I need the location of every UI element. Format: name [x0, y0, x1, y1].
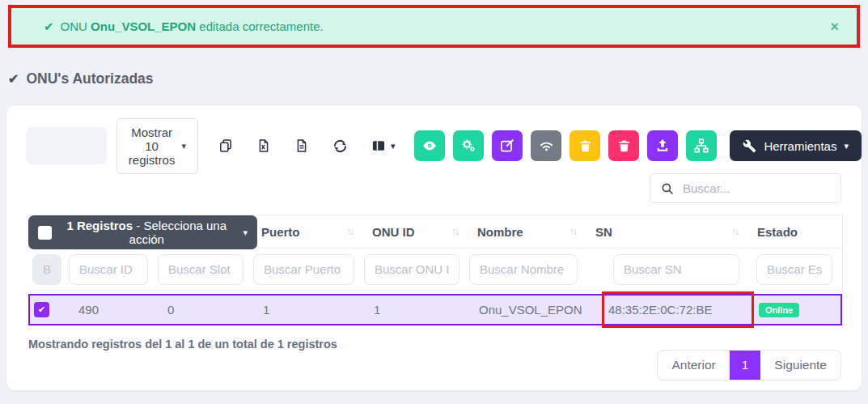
- filter-puerto-input[interactable]: [253, 254, 354, 285]
- eye-icon[interactable]: [414, 130, 445, 161]
- filter-sn-input[interactable]: [613, 254, 739, 285]
- table-header-row: 1 Registros - Selecciona una acción ▾ Pu…: [28, 215, 842, 249]
- cell-sn: 48:35:2E:0C:72:BE: [589, 296, 751, 324]
- cell-onu-id: 1: [366, 303, 471, 317]
- table-toolbar: Mostrar 10 registros ▾: [26, 127, 862, 164]
- column-label: Estado: [757, 225, 798, 239]
- trash-icon[interactable]: [569, 130, 600, 161]
- column-header-nombre[interactable]: Nombre ↑↓: [469, 225, 587, 239]
- annotation-alert-highlight: ✔ ONU Onu_VSOL_EPON editada correctament…: [8, 5, 860, 48]
- refresh-icon[interactable]: [332, 138, 349, 155]
- bulk-action-text: Selecciona una acción: [129, 219, 227, 246]
- search-row: [6, 173, 841, 203]
- caret-down-icon: ▾: [391, 142, 396, 151]
- sort-arrows-icon[interactable]: ↑↓: [731, 226, 738, 237]
- filter-id-input[interactable]: [69, 254, 148, 285]
- sitemap-icon[interactable]: [686, 130, 717, 161]
- cell-id: 490: [70, 303, 159, 317]
- column-header-sn[interactable]: SN ↑↓: [587, 225, 749, 239]
- search-icon: [660, 181, 675, 196]
- column-label: ONU ID: [372, 225, 415, 239]
- file-text-icon[interactable]: [294, 138, 310, 154]
- cell-slot: 0: [159, 303, 255, 317]
- sort-arrows-icon[interactable]: ↑↓: [451, 226, 458, 237]
- row-checkbox-checked[interactable]: ✔: [34, 302, 49, 317]
- alert-message: ONU Onu_VSOL_EPON editada correctamente.: [61, 19, 324, 33]
- bulk-action-dropdown[interactable]: 1 Registros - Selecciona una acción ▾: [28, 215, 257, 249]
- columns-icon[interactable]: ▾: [370, 138, 396, 154]
- caret-down-icon: ▾: [181, 142, 186, 151]
- status-badge: Online: [759, 303, 799, 317]
- sort-arrows-icon[interactable]: ↑↓: [346, 226, 353, 237]
- copy-icon[interactable]: [218, 138, 234, 154]
- sort-arrows-icon[interactable]: ↑↓: [569, 226, 576, 237]
- filter-estado-input[interactable]: [756, 254, 832, 285]
- filter-checkbox-column: [32, 254, 61, 285]
- pagination-prev[interactable]: Anterior: [658, 351, 729, 380]
- check-icon: ✔: [44, 19, 54, 34]
- show-records-label: Mostrar 10 registros: [129, 125, 176, 167]
- table-filter-row: [28, 249, 842, 291]
- wrench-icon: [743, 139, 756, 153]
- column-label: SN: [595, 225, 612, 239]
- toolbar-background: [26, 127, 107, 164]
- row-action-buttons: [414, 130, 717, 161]
- file-excel-icon[interactable]: [256, 138, 272, 154]
- bulk-action-label: 1 Registros - Selecciona una acción: [60, 219, 233, 246]
- upload-icon[interactable]: [647, 130, 678, 161]
- pagination-page-1[interactable]: 1: [730, 351, 761, 380]
- records-summary: Mostrando registros del 1 al 1 de un tot…: [28, 336, 337, 351]
- search-box: [650, 173, 841, 203]
- check-icon: ✔: [8, 71, 19, 87]
- table-footer: Mostrando registros del 1 al 1 de un tot…: [28, 336, 841, 381]
- annotation-sn-highlight: 48:35:2E:0C:72:BE: [602, 291, 754, 328]
- trash-icon[interactable]: [608, 130, 639, 161]
- caret-down-icon: ▾: [844, 142, 849, 151]
- filter-slot-input[interactable]: [158, 254, 243, 285]
- sn-value: 48:35:2E:0C:72:BE: [608, 303, 712, 317]
- page-title: ✔ ONU's Autorizadas: [8, 70, 868, 87]
- search-input[interactable]: [683, 181, 831, 195]
- cell-estado: Online: [751, 302, 840, 317]
- caret-down-icon: ▾: [243, 228, 248, 237]
- alert-suffix: editada correctamente.: [199, 19, 323, 33]
- success-alert: ✔ ONU Onu_VSOL_EPON editada correctament…: [11, 8, 857, 45]
- pagination-next[interactable]: Siguiente: [760, 351, 840, 380]
- cell-nombre: Onu_VSOL_EPON: [471, 303, 589, 317]
- column-label: Puerto: [261, 225, 300, 239]
- bulk-count: 1 Registros: [66, 219, 133, 232]
- tools-dropdown[interactable]: Herramientas ▾: [730, 130, 862, 161]
- cell-puerto: 1: [255, 303, 366, 317]
- onu-table-card: Mostrar 10 registros ▾: [6, 105, 862, 390]
- pagination: Anterior 1 Siguiente: [657, 350, 841, 381]
- column-header-onu-id[interactable]: ONU ID ↑↓: [364, 225, 469, 239]
- gears-icon[interactable]: [453, 130, 484, 161]
- edit-pencil-icon[interactable]: [492, 130, 523, 161]
- alert-onu-name: Onu_VSOL_EPON: [91, 19, 196, 33]
- export-icon-group: ▾: [218, 138, 396, 155]
- tools-label: Herramientas: [764, 139, 836, 153]
- show-records-dropdown[interactable]: Mostrar 10 registros ▾: [116, 118, 198, 174]
- onu-table: 1 Registros - Selecciona una acción ▾ Pu…: [28, 215, 843, 325]
- column-label: Nombre: [477, 225, 523, 239]
- column-header-estado[interactable]: Estado: [749, 225, 842, 239]
- close-icon[interactable]: ×: [830, 19, 839, 34]
- page-title-text: ONU's Autorizadas: [26, 70, 153, 87]
- bulk-separator: -: [136, 219, 140, 232]
- filter-onu-id-input[interactable]: [364, 254, 459, 285]
- column-header-puerto[interactable]: Puerto ↑↓: [253, 225, 364, 239]
- filter-nombre-input[interactable]: [469, 254, 578, 285]
- wifi-icon[interactable]: [531, 130, 561, 161]
- alert-prefix: ONU: [61, 19, 87, 33]
- table-row[interactable]: ✔ 490 0 1 1 Onu_VSOL_EPON 48:35:2E:0C:72…: [28, 294, 842, 325]
- select-all-checkbox[interactable]: [38, 226, 52, 240]
